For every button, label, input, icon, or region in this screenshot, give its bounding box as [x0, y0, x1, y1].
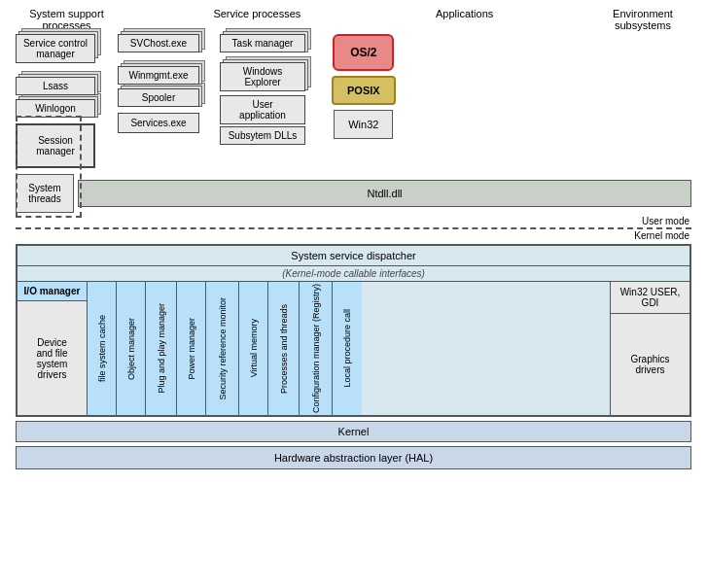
graphics-drivers-box: Graphics drivers: [611, 314, 689, 415]
kernel-components-row: file system cache Object manager Plug an…: [88, 282, 610, 415]
callable-interfaces-label: (Kernel-mode callable interfaces): [18, 266, 689, 282]
local-procedure-col: Local procedure call: [333, 282, 362, 415]
environment-col: OS/2 POSIX Win32: [332, 34, 396, 139]
win32-subsystem-box: Win32: [334, 110, 393, 139]
subsystem-dlls-box: Subsytem DLLs: [220, 126, 305, 145]
windows-explorer-box: Windows Explorer: [220, 62, 305, 91]
win32-gdi-box: Win32 USER, GDI: [611, 282, 689, 314]
file-system-cache-col: file system cache: [88, 282, 117, 415]
io-manager-box: I/O manager: [18, 282, 87, 301]
winmgmt-stack: Winmgmt.exe: [118, 66, 210, 85]
device-drivers-box: Device and file system drivers: [18, 301, 87, 415]
service-control-manager-box: Service control manager: [16, 34, 95, 63]
service-processes-col: SVChost.exe Winmgmt.exe Spooler Services…: [118, 34, 210, 133]
spooler-stack: Spooler: [118, 88, 210, 107]
diagram-container: System support processes Service process…: [0, 0, 707, 588]
lsass-stack: Lsass: [16, 77, 108, 95]
services-box: Services.exe: [118, 113, 199, 133]
service-processes-label: Service processes: [208, 8, 305, 19]
applications-label: Applications: [416, 8, 513, 19]
winlogon-stack: Winlogon: [16, 99, 108, 118]
system-support-col: Service control manager Lsass Winlogon S…: [16, 34, 108, 168]
processes-threads-col: Processes and threads: [268, 282, 300, 415]
environment-subsystems-label: Environment subsystems: [594, 8, 691, 31]
config-manager-col: Configuration manager (Registry): [300, 282, 333, 415]
virtual-memory-col: Virtual memory: [239, 282, 268, 415]
posix-box: POSIX: [332, 76, 396, 105]
windows-explorer-stack: Windows Explorer: [220, 62, 322, 91]
service-dispatcher-bar: System service dispatcher: [18, 246, 689, 266]
object-manager-col: Object manager: [117, 282, 146, 415]
winmgmt-box: Winmgmt.exe: [118, 66, 199, 85]
system-threads-box: System threads: [16, 174, 74, 213]
power-manager-col: Power manager: [177, 282, 206, 415]
scm-stack: Service control manager: [16, 34, 108, 63]
svchost-box: SVChost.exe: [118, 34, 199, 52]
applications-col: Task manager Windows Explorer User appli…: [220, 34, 322, 145]
io-manager-col: I/O manager Device and file system drive…: [18, 282, 88, 415]
plug-play-col: Plug and play manager: [146, 282, 177, 415]
task-manager-box: Task manager: [220, 34, 305, 52]
user-mode-label: User mode: [16, 216, 691, 226]
hal-bar: Hardware abstraction layer (HAL): [16, 446, 691, 469]
winlogon-box: Winlogon: [16, 99, 95, 118]
mode-separator: User mode Kernel mode: [16, 216, 691, 241]
user-application-box: User application: [220, 95, 305, 124]
ntdll-row: System threads Ntdll.dll: [16, 174, 691, 213]
lsass-box: Lsass: [16, 77, 95, 95]
kernel-outer-box: System service dispatcher (Kernel-mode c…: [16, 244, 691, 417]
svchost-stack: SVChost.exe: [118, 34, 210, 52]
task-manager-stack: Task manager: [220, 34, 322, 52]
session-manager-box: Session manager: [16, 123, 95, 168]
security-ref-col: Security reference monitor: [206, 282, 239, 415]
spooler-box: Spooler: [118, 88, 199, 107]
middle-section: System threads Ntdll.dll: [16, 174, 691, 213]
win32-gdi-col: Win32 USER, GDI Graphics drivers: [610, 282, 689, 415]
kernel-content-row: I/O manager Device and file system drive…: [18, 282, 689, 415]
os2-box: OS/2: [333, 34, 394, 71]
ntdll-bar: Ntdll.dll: [78, 180, 691, 207]
dashed-separator: [16, 227, 691, 229]
kernel-mode-label: Kernel mode: [16, 230, 691, 241]
kernel-bar: Kernel: [16, 421, 691, 442]
